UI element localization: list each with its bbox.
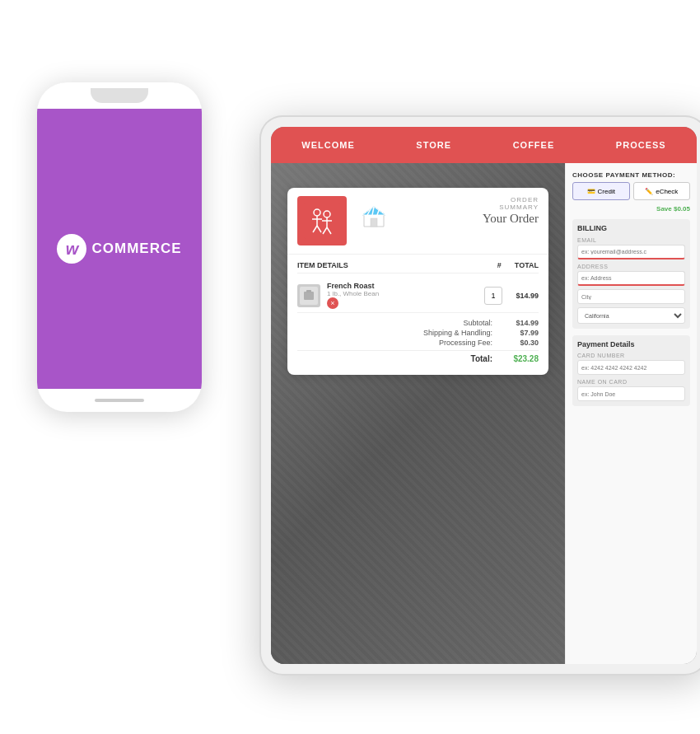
product-thumb-icon xyxy=(300,287,318,305)
payment-details-section: Payment Details CARD NUMBER NAME ON CARD xyxy=(572,335,690,406)
svg-rect-16 xyxy=(304,292,314,300)
email-input[interactable] xyxy=(577,245,685,259)
tablet-device: WELCOME STORE COFFEE PROCESS xyxy=(259,115,700,676)
state-select[interactable]: California xyxy=(577,307,685,324)
phone-device: w COMMERCE xyxy=(37,82,202,412)
processing-row: Processing Fee: $0.30 xyxy=(297,338,539,348)
credit-button[interactable]: 💳 Credit xyxy=(572,182,630,200)
echeck-button[interactable]: ✏️ eCheck xyxy=(633,182,691,200)
name-on-card-label: NAME ON CARD xyxy=(577,379,685,385)
echeck-label: eCheck xyxy=(656,188,678,195)
col-total: Total xyxy=(515,261,539,269)
product-sub: 1 lb., Whole Bean xyxy=(327,290,478,297)
total-label: Total: xyxy=(471,354,492,363)
subtotal-label: Subtotal: xyxy=(463,319,492,327)
shipping-label: Shipping & Handling: xyxy=(423,329,492,337)
card-number-input[interactable] xyxy=(577,360,685,375)
navigation-bar: WELCOME STORE COFFEE PROCESS xyxy=(271,127,697,163)
processing-label: Processing Fee: xyxy=(439,339,492,347)
phone-notch xyxy=(91,88,148,103)
order-label-small: ORDER xyxy=(401,196,539,203)
order-row: French Roast 1 lb., Whole Bean × 1 $14.9… xyxy=(297,278,539,313)
woo-commerce-text: COMMERCE xyxy=(91,241,181,257)
nav-item-process[interactable]: PROCESS xyxy=(608,140,674,150)
remove-item-button[interactable]: × xyxy=(327,297,338,309)
total-value: $23.28 xyxy=(506,354,539,363)
city-input[interactable] xyxy=(577,289,685,304)
col-qty: # xyxy=(497,261,502,269)
phone-bottom-bar xyxy=(37,389,202,412)
billing-section: BILLING EMAIL ADDRESS California xyxy=(572,219,690,329)
choose-payment-title: Choose Payment Method: xyxy=(572,171,690,179)
product-name: French Roast xyxy=(327,282,478,290)
credit-icon: 💳 xyxy=(587,188,595,195)
order-card: ORDER SUMMARY Your Order Item Details xyxy=(287,188,548,375)
save-text: Save $0.05 xyxy=(572,205,690,213)
product-thumbnail xyxy=(297,284,320,307)
your-order-text: Your Order xyxy=(483,212,539,225)
order-totals: Subtotal: $14.99 Shipping & Handling: $7… xyxy=(297,313,539,368)
shipping-value: $7.99 xyxy=(506,329,539,337)
nav-item-coffee[interactable]: COFFEE xyxy=(505,140,563,150)
phone-notch-bar xyxy=(37,82,202,109)
order-label-summary: SUMMARY xyxy=(401,203,539,211)
product-image-icon xyxy=(304,203,340,239)
tablet-content: ORDER SUMMARY Your Order Item Details xyxy=(271,163,697,664)
right-panel: Choose Payment Method: 💳 Credit ✏️ eChec… xyxy=(565,163,697,664)
payment-details-title: Payment Details xyxy=(577,340,685,348)
product-info: French Roast 1 lb., Whole Bean × xyxy=(327,282,478,309)
phone-home-indicator xyxy=(95,399,144,402)
subtotal-row: Subtotal: $14.99 xyxy=(297,318,539,328)
shop-icon xyxy=(356,199,392,235)
shipping-row: Shipping & Handling: $7.99 xyxy=(297,328,539,338)
qty-box: 1 xyxy=(484,287,502,305)
col-item-details: Item Details xyxy=(297,261,348,269)
processing-value: $0.30 xyxy=(506,339,539,347)
nav-item-welcome[interactable]: WELCOME xyxy=(293,140,362,150)
nav-item-store[interactable]: STORE xyxy=(408,140,460,150)
order-table-header: Item Details # Total xyxy=(297,261,539,273)
woo-bubble: w xyxy=(57,234,86,264)
tablet-inner: WELCOME STORE COFFEE PROCESS xyxy=(271,127,697,664)
order-card-header: ORDER SUMMARY Your Order xyxy=(287,188,548,255)
product-image-box xyxy=(297,196,347,245)
svg-rect-17 xyxy=(306,290,311,292)
woo-w-icon: w xyxy=(66,240,79,259)
woocommerce-logo: w COMMERCE xyxy=(57,234,181,264)
item-price: $14.99 xyxy=(509,292,539,300)
echeck-icon: ✏️ xyxy=(645,188,653,195)
billing-title: BILLING xyxy=(577,224,685,232)
svg-rect-14 xyxy=(371,218,377,227)
card-number-label: CARD NUMBER xyxy=(577,353,685,358)
phone-screen: w COMMERCE xyxy=(37,109,202,389)
email-label: EMAIL xyxy=(577,237,685,243)
address-input[interactable] xyxy=(577,271,685,286)
subtotal-value: $14.99 xyxy=(506,319,539,327)
payment-method-row: 💳 Credit ✏️ eCheck xyxy=(572,182,690,200)
credit-label: Credit xyxy=(598,188,615,195)
scene: w COMMERCE WELCOME STORE COFFEE PROCESS xyxy=(0,0,700,734)
shop-icon-box xyxy=(353,196,394,237)
order-card-body: Item Details # Total xyxy=(287,255,548,375)
address-label: ADDRESS xyxy=(577,264,685,269)
left-area: ORDER SUMMARY Your Order Item Details xyxy=(271,163,565,664)
total-final-row: Total: $23.28 xyxy=(297,350,539,365)
order-summary-label: ORDER SUMMARY Your Order xyxy=(401,196,539,226)
name-on-card-input[interactable] xyxy=(577,386,685,401)
